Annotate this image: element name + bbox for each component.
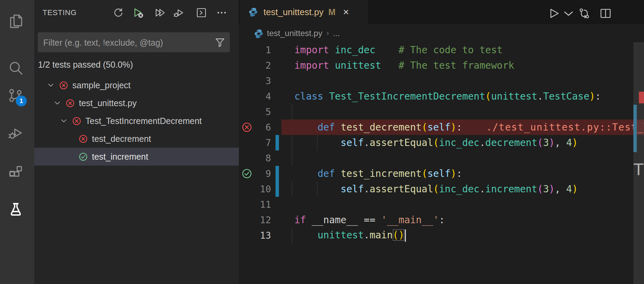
run-file-icon[interactable] [548, 7, 561, 20]
chevron-down-icon[interactable] [59, 116, 68, 125]
code-text: def test_increment(self): [294, 168, 462, 179]
show-output-icon[interactable] [196, 7, 207, 19]
line-number: 12 [239, 215, 273, 225]
code-token: : [456, 122, 462, 133]
clipped-inline-text: T [634, 162, 643, 178]
text-cursor [405, 229, 406, 242]
code-token: unittest [335, 60, 381, 71]
code-line-4[interactable]: 4class Test_TestIncrementDecrement(unitt… [239, 89, 644, 104]
gutter-change-lane [273, 58, 279, 73]
code-line-3[interactable]: 3 [239, 73, 644, 89]
code-token: . [364, 137, 370, 148]
code-line-9[interactable]: 9 def test_increment(self): [239, 166, 644, 181]
explorer-icon[interactable] [8, 13, 25, 31]
code-token: import [294, 44, 329, 56]
search-icon[interactable] [8, 60, 25, 78]
code-line-12[interactable]: 12if __name__ == '__main__': [239, 212, 644, 228]
code-token: self [341, 183, 364, 195]
line-number: 11 [239, 199, 273, 210]
code-line-13[interactable]: 13 unittest.main() [239, 228, 644, 243]
test-tree-item-Test_TestIncrementDecrement[interactable]: Test_TestIncrementDecrement [34, 112, 239, 130]
code-editor[interactable]: 1import inc_dec # The code to test2impor… [239, 42, 644, 284]
test-tree-item-test_increment[interactable]: test_increment [34, 148, 239, 166]
code-token: 4 [566, 183, 572, 195]
indent-guide [292, 135, 292, 150]
run-all-tests-icon[interactable] [154, 7, 166, 19]
chevron-down-icon[interactable] [46, 81, 55, 90]
gutter-change-lane [273, 42, 279, 58]
code-line-11[interactable]: 11 [239, 197, 644, 212]
code-token [323, 91, 329, 102]
code-token [375, 44, 398, 56]
gutter-change-lane [273, 104, 279, 120]
test-failed-icon [66, 99, 75, 108]
code-token: self [428, 122, 450, 133]
tab-title: test_unittest.py [264, 7, 324, 18]
code-token: : [439, 214, 445, 226]
code-token: unittest [491, 91, 537, 102]
line-number: 8 [239, 153, 273, 163]
gutter-change-lane [273, 228, 279, 243]
chevron-down-icon[interactable] [53, 99, 62, 107]
code-token: ( [433, 137, 439, 148]
testing-icon[interactable] [8, 201, 25, 219]
code-token: # The test framework [398, 60, 514, 71]
test-tree-label: sample_project [72, 80, 131, 90]
code-text: import unittest # The test framework [294, 60, 514, 71]
code-line-5[interactable]: 5 [239, 104, 644, 120]
split-editor-icon[interactable] [599, 7, 612, 20]
code-token: . [479, 137, 485, 148]
open-changes-icon[interactable] [578, 7, 591, 20]
line-number: 1 [239, 45, 273, 55]
refresh-tests-icon[interactable] [113, 7, 124, 19]
code-token: self [428, 168, 450, 179]
run-failed-tests-icon[interactable] [132, 7, 144, 19]
indent-guide [292, 228, 292, 243]
test-tree-item-test_decrement[interactable]: test_decrement [34, 130, 239, 148]
code-text: self.assertEqual(inc_dec.decrement(3), 4… [294, 137, 578, 148]
editor-more-actions-icon[interactable] [620, 7, 633, 20]
code-token: , [555, 137, 566, 148]
test-tree-label: test_increment [92, 152, 148, 162]
gutter-change-lane [273, 197, 279, 212]
run-and-debug-icon[interactable] [8, 125, 25, 143]
extensions-icon[interactable] [8, 165, 25, 183]
tab-close-icon[interactable]: × [343, 7, 349, 17]
code-token [329, 44, 335, 56]
breadcrumb-more[interactable]: ... [333, 29, 340, 38]
more-actions-icon[interactable] [216, 7, 227, 19]
code-token: decrement [485, 137, 537, 148]
code-token: ) [549, 183, 555, 195]
code-line-6[interactable]: 6 def test_decrement(self):./test_unitte… [239, 120, 644, 135]
code-token: , [555, 183, 566, 195]
code-token: ) [572, 137, 578, 148]
test-tree-item-test_unittest.py[interactable]: test_unittest.py [34, 94, 239, 112]
code-token: '__main__' [381, 214, 439, 226]
breadcrumb-file[interactable]: test_unittest.py [267, 29, 322, 38]
code-token [329, 60, 335, 71]
code-token: TestCase [543, 91, 589, 102]
code-line-10[interactable]: 10 self.assertEqual(inc_dec.increment(3)… [239, 181, 644, 197]
code-text: if __name__ == '__main__': [294, 214, 445, 226]
test-failed-icon [72, 116, 81, 126]
filter-funnel-icon[interactable] [214, 36, 226, 48]
test-tree-item-sample_project[interactable]: sample_project [34, 76, 239, 94]
tab-test-unittest[interactable]: test_unittest.py M × [240, 0, 368, 24]
code-line-2[interactable]: 2import unittest # The test framework [239, 58, 644, 73]
debug-tests-icon[interactable] [173, 7, 185, 19]
code-token [294, 183, 341, 195]
code-token [294, 122, 317, 133]
gutter-change-lane [273, 212, 279, 228]
code-token [294, 229, 317, 241]
code-token: 4 [566, 137, 572, 148]
code-token: unittest [317, 229, 364, 241]
code-token: class [294, 91, 323, 102]
code-line-7[interactable]: 7 self.assertEqual(inc_dec.decrement(3),… [239, 135, 644, 150]
code-line-1[interactable]: 1import inc_dec # The code to test [239, 42, 644, 58]
code-line-8[interactable]: 8 [239, 150, 644, 166]
test-filter-input[interactable] [43, 32, 212, 53]
scrollbar-overview-ruler[interactable]: T [633, 42, 644, 284]
test-passed-icon [79, 152, 88, 161]
source-control-badge: 1 [16, 95, 27, 106]
run-dropdown-chevron-icon[interactable] [562, 7, 571, 20]
